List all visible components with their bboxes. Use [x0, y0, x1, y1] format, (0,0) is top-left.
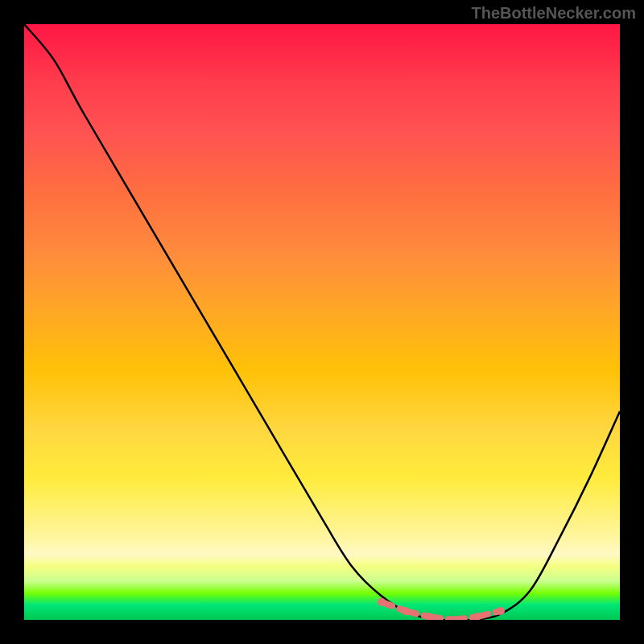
curve-lines [24, 24, 620, 620]
optimal-markers [378, 598, 505, 620]
bottleneck-curve-path [24, 24, 620, 620]
chart-plot-area [24, 24, 620, 620]
watermark-text: TheBottleNecker.com [471, 4, 636, 23]
bottleneck-chart [24, 24, 620, 620]
optimal-marker-dot [497, 607, 505, 615]
